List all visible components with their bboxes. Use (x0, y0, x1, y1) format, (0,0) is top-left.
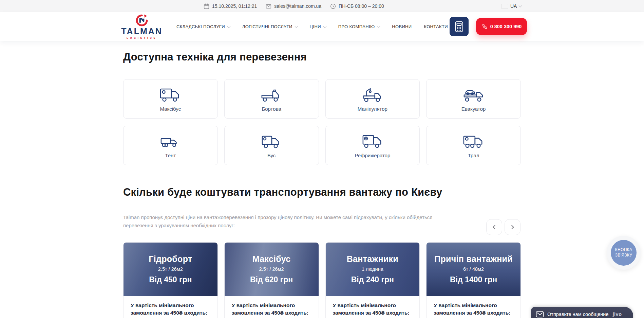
price-card-title: Максібус (252, 254, 291, 264)
price-card-photo: Причіп вантажний 6т / 48м2 Від 1400 грн (427, 243, 520, 296)
price-card-note: У вартість мінімального замовлення за 45… (326, 296, 420, 317)
van-truck-icon (261, 133, 282, 149)
flatbed-truck-icon (261, 86, 282, 103)
price-card-price: Від 240 грн (351, 275, 394, 284)
vehicle-card-tent[interactable]: Тент (123, 126, 218, 165)
pricing-section-title: Скільки буде коштувати транспортування в… (123, 186, 442, 198)
price-card-title: Гідроборт (149, 254, 192, 264)
vehicle-label: Рефрижератор (355, 153, 390, 158)
vehicle-label: Максібус (160, 106, 181, 112)
tent-truck-icon (159, 133, 181, 149)
phone-number: 0 800 300 990 (490, 24, 522, 29)
tow-truck-icon (463, 86, 485, 103)
nav-label: ЛОГІСТИЧНІ ПОСЛУГИ (242, 24, 292, 29)
chevron-left-icon (493, 225, 497, 229)
carousel-next-button[interactable] (505, 219, 520, 235)
contact-email[interactable]: sales@talman.com.ua (266, 3, 321, 9)
price-card-spec: 2.5т / 26м2 (259, 266, 284, 272)
chevron-right-icon (510, 225, 514, 229)
nav-item-warehouse-services[interactable]: СКЛАДСЬКІ ПОСЛУГИ (176, 24, 230, 29)
vehicle-label: Тент (165, 153, 176, 158)
carousel-controls (486, 219, 520, 235)
nav-label: СКЛАДСЬКІ ПОСЛУГИ (176, 24, 225, 29)
price-card-photo: Гідроборт 2.5т / 26м2 Від 450 грн (124, 243, 217, 296)
price-card-note: У вартість мінімального замовлення за 45… (225, 296, 319, 317)
email-text[interactable]: sales@talman.com.ua (274, 3, 321, 9)
box-truck-icon (159, 86, 181, 103)
logo-emblem-icon (135, 14, 148, 27)
vehicle-card-manipulator[interactable]: Маніпулятор (325, 79, 420, 119)
trailer-truck-icon (463, 133, 485, 149)
vehicle-card-maksibus[interactable]: Максібус (123, 79, 218, 119)
price-card-price: Від 450 грн (149, 275, 192, 284)
nav-item-news[interactable]: НОВИНИ (392, 24, 412, 29)
vehicle-label: Бус (267, 153, 276, 158)
pricing-description: Talman пропонує доступні ціни на вантажо… (123, 213, 435, 229)
topbar-info-group: 15.10.2025, 01:12:21 sales@talman.com.ua… (204, 0, 384, 12)
price-card-spec: 1 людина (362, 266, 383, 272)
chevron-down-icon (323, 24, 326, 28)
price-card-photo: Вантажники 1 людина Від 240 грн (326, 243, 420, 296)
price-card-title: Вантажники (347, 254, 398, 264)
vehicle-label: Бортова (262, 106, 281, 112)
price-card-spec: 6т / 48м2 (463, 266, 484, 272)
vehicles-section-title: Доступна техніка для перевезення (123, 51, 307, 63)
price-card-hidrobort[interactable]: Гідроборт 2.5т / 26м2 Від 450 грн У варт… (123, 242, 218, 318)
main-navigation: СКЛАДСЬКІ ПОСЛУГИ ЛОГІСТИЧНІ ПОСЛУГИ ЦІН… (176, 12, 448, 41)
nav-label: НОВИНИ (392, 24, 412, 29)
chevron-down-icon (295, 24, 298, 28)
vehicle-card-bortova[interactable]: Бортова (224, 79, 319, 119)
phone-call-button[interactable]: 0 800 300 990 (476, 18, 527, 35)
nav-item-contacts[interactable]: КОНТАКТИ (424, 24, 448, 29)
nav-item-prices[interactable]: ЦІНИ (310, 24, 326, 29)
chat-widget[interactable]: Отправьте нам сообщение jivo (531, 307, 633, 318)
calculator-button[interactable] (450, 17, 469, 36)
vehicle-label: Евакуатор (461, 106, 486, 112)
chevron-down-icon (227, 24, 230, 28)
chat-message-label: Отправьте нам сообщение (547, 312, 609, 317)
logo-name: TALMAN (119, 27, 164, 36)
vehicle-card-refrigerator[interactable]: Рефрижератор (325, 126, 420, 165)
price-card-vantazhnyky[interactable]: Вантажники 1 людина Від 240 грн У вартіс… (325, 242, 420, 318)
callback-button-label: КНОПКА ЗВ'ЯЗКУ (611, 240, 637, 266)
work-hours-text: ПН-СБ 08:00 – 20:00 (339, 3, 384, 9)
phone-icon (481, 24, 487, 30)
price-card-spec: 2.5т / 26м2 (158, 266, 183, 272)
refrigerator-truck-icon (362, 133, 383, 149)
price-card-title: Причіп вантажний (434, 254, 513, 264)
price-card-price: Від 620 грн (250, 275, 293, 284)
current-datetime: 15.10.2025, 01:12:21 (204, 3, 257, 9)
site-header: TALMAN LOGISTICS СКЛАДСЬКІ ПОСЛУГИ ЛОГІС… (0, 12, 644, 41)
language-label: UA (510, 3, 517, 9)
price-card-photo: Максібус 2.5т / 26м2 Від 620 грн (225, 243, 319, 296)
price-card-note: У вартість мінімального замовлення за 45… (124, 296, 217, 317)
vehicle-card-evakuator[interactable]: Евакуатор (426, 79, 521, 119)
vehicle-label: Маніпулятор (358, 106, 387, 112)
datetime-text: 15.10.2025, 01:12:21 (212, 3, 257, 9)
callback-widget[interactable]: КНОПКА ЗВ'ЯЗКУ (607, 236, 641, 270)
clock-icon (330, 3, 336, 9)
calendar-icon (204, 3, 209, 9)
work-hours: ПН-СБ 08:00 – 20:00 (330, 3, 384, 9)
nav-label: КОНТАКТИ (424, 24, 448, 29)
chevron-down-icon (519, 4, 522, 7)
vehicle-card-bus[interactable]: Бус (224, 126, 319, 165)
vehicles-grid: Максібус Бортова Маніпулятор Евакуатор Т… (123, 79, 521, 165)
ukraine-flag-icon (501, 4, 508, 8)
chevron-down-icon (377, 24, 380, 28)
logo[interactable]: TALMAN LOGISTICS (119, 14, 164, 39)
logo-tagline: LOGISTICS (119, 36, 164, 39)
price-card-maksibus[interactable]: Максібус 2.5т / 26м2 Від 620 грн У варті… (224, 242, 319, 318)
vehicle-card-tral[interactable]: Трал (426, 126, 521, 165)
nav-item-logistics-services[interactable]: ЛОГІСТИЧНІ ПОСЛУГИ (242, 24, 298, 29)
calculator-icon (455, 21, 463, 32)
crane-truck-icon (362, 86, 383, 103)
nav-label: ЦІНИ (310, 24, 321, 29)
price-card-prychip[interactable]: Причіп вантажний 6т / 48м2 Від 1400 грн … (426, 242, 521, 318)
nav-item-about-company[interactable]: ПРО КОМПАНІЮ (338, 24, 380, 29)
top-info-bar: 15.10.2025, 01:12:21 sales@talman.com.ua… (0, 0, 644, 12)
vehicle-label: Трал (468, 153, 479, 158)
carousel-prev-button[interactable] (486, 219, 502, 235)
chat-envelope-icon (536, 311, 544, 318)
language-selector[interactable]: UA (501, 0, 522, 12)
